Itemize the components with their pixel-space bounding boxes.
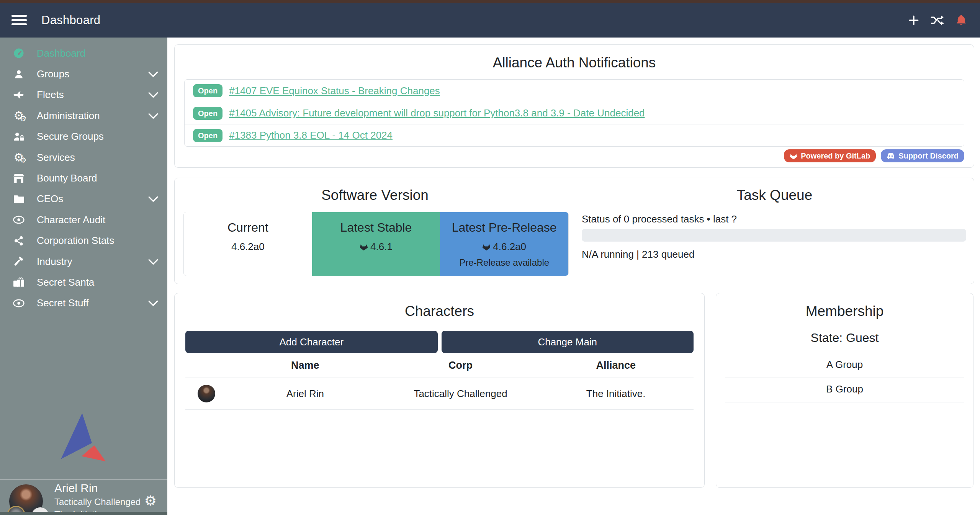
character-alliance: The Initiative. [538, 388, 694, 400]
change-main-button[interactable]: Change Main [442, 331, 694, 353]
software-version-title: Software Version [175, 187, 575, 203]
add-character-plus-icon[interactable] [907, 14, 920, 27]
status-badge: Open [193, 107, 223, 120]
membership-group: B Group [725, 378, 964, 402]
sidebar-item-label: Industry [37, 256, 72, 268]
sidebar-item-groups[interactable]: Groups [0, 64, 167, 84]
sidebar-item-label: Fleets [37, 89, 64, 101]
sidebar-item-label: Secure Groups [37, 131, 104, 142]
user-settings-gear-icon[interactable]: ⚙ [144, 494, 157, 508]
version-current-cell: Current 4.6.2a0 [184, 212, 312, 276]
add-character-button[interactable]: Add Character [185, 331, 438, 353]
header-alliance: Alliance [538, 360, 694, 371]
character-row: Ariel Rin Tactically Challenged The Init… [185, 378, 694, 410]
sidebar-item-character-audit[interactable]: Character Audit [0, 209, 167, 230]
notifications-bell-icon[interactable] [955, 14, 968, 27]
sidebar-item-secure-groups[interactable]: Secure Groups [0, 126, 167, 147]
sidebar-item-administration[interactable]: ⚙⚙ Administration [0, 105, 167, 126]
sidebar-divider [0, 479, 167, 480]
sidebar-item-services[interactable]: ⚙⚙ Services [0, 147, 167, 168]
powered-by-gitlab-badge[interactable]: Powered by GitLab [784, 149, 876, 162]
sidebar: Dashboard Groups Fleets ⚙⚙ Administ [0, 38, 167, 515]
chevron-down-icon [148, 68, 158, 80]
sidebar-item-secret-stuff[interactable]: Secret Stuff [0, 293, 167, 314]
page-title: Dashboard [41, 13, 100, 27]
sidebar-item-industry[interactable]: Industry [0, 251, 167, 272]
user-lock-icon [10, 132, 28, 142]
user-avatar [9, 484, 46, 515]
notification-link[interactable]: #1405 Advisory: Future development will … [229, 107, 645, 119]
gears-icon: ⚙⚙ [10, 110, 28, 121]
header-corp: Corp [383, 360, 538, 371]
sidebar-item-label: Corporation Stats [37, 235, 114, 247]
sidebar-item-corporation-stats[interactable]: Corporation Stats [0, 231, 167, 251]
fighter-jet-icon [10, 90, 28, 100]
eye-icon [10, 299, 28, 307]
membership-groups: A Group B Group [725, 353, 964, 402]
sidebar-item-label: Dashboard [37, 47, 85, 59]
notification-row: Open #1407 EVE Equinox Status - Breaking… [185, 80, 964, 102]
sidebar-item-label: Groups [37, 68, 69, 80]
user-name: Ariel Rin [54, 482, 141, 495]
software-taskqueue-panel: Software Version Current 4.6.2a0 Latest … [174, 178, 974, 284]
characters-table-header: Name Corp Alliance [185, 353, 694, 378]
chevron-down-icon [148, 110, 158, 122]
sidebar-item-label: CEOs [37, 193, 63, 205]
task-queue-progress-bar [582, 229, 966, 242]
user-icon [10, 69, 28, 79]
status-badge: Open [193, 84, 223, 97]
sidebar-item-bounty-board[interactable]: Bounty Board [0, 168, 167, 188]
sidebar-item-label: Secret Santa [37, 276, 94, 288]
characters-title: Characters [175, 303, 704, 319]
chevron-down-icon [148, 297, 158, 309]
character-avatar [198, 385, 215, 402]
sidebar-item-dashboard[interactable]: Dashboard [0, 43, 167, 64]
user-corp: Tactically Challenged [54, 497, 141, 507]
version-stable-cell: Latest Stable 4.6.1 [312, 212, 440, 276]
notification-link[interactable]: #1383 Python 3.8 EOL - 14 Oct 2024 [229, 129, 393, 141]
discord-icon [887, 153, 895, 159]
gauge-icon [10, 47, 28, 59]
hamburger-menu-icon[interactable] [11, 13, 27, 28]
characters-panel: Characters Add Character Change Main Nam… [174, 293, 705, 488]
version-box: Current 4.6.2a0 Latest Stable 4.6.1 Late… [183, 212, 569, 276]
user-panel: Ariel Rin Tactically Challenged The Init… [0, 482, 167, 515]
sidebar-item-secret-santa[interactable]: Secret Santa [0, 272, 167, 293]
sidebar-item-fleets[interactable]: Fleets [0, 85, 167, 105]
store-icon [10, 173, 28, 183]
version-prerelease-cell: Latest Pre-Release 4.6.2a0 Pre-Release a… [440, 212, 568, 276]
membership-group: A Group [725, 353, 964, 378]
eye-icon [10, 216, 28, 224]
character-name: Ariel Rin [227, 388, 383, 400]
hammer-icon [10, 256, 28, 267]
support-discord-badge[interactable]: Support Discord [881, 149, 964, 162]
alliance-logo [55, 412, 113, 463]
status-badge: Open [193, 129, 223, 142]
main-content: Alliance Auth Notifications Open #1407 E… [167, 38, 980, 515]
task-queue-title: Task Queue [575, 187, 974, 203]
notifications-title: Alliance Auth Notifications [175, 55, 974, 71]
characters-table: Name Corp Alliance Ariel Rin Tactically … [185, 353, 694, 410]
sidebar-item-label: Administration [37, 110, 100, 122]
notification-row: Open #1405 Advisory: Future development … [185, 102, 964, 124]
switch-character-shuffle-icon[interactable] [931, 14, 944, 27]
sidebar-item-label: Character Audit [37, 214, 105, 226]
membership-panel: Membership State: Guest A Group B Group [716, 293, 973, 488]
share-icon [10, 236, 28, 246]
membership-title: Membership [716, 303, 973, 319]
header-name: Name [227, 360, 383, 371]
gifts-icon [10, 277, 28, 287]
sidebar-item-label: Services [37, 152, 75, 163]
sidebar-bottom-strip [0, 512, 167, 515]
top-navbar: Dashboard [0, 3, 980, 38]
folder-icon [10, 195, 28, 204]
notification-link[interactable]: #1407 EVE Equinox Status - Breaking Chan… [229, 85, 440, 97]
sidebar-item-ceos[interactable]: CEOs [0, 189, 167, 209]
sidebar-item-label: Secret Stuff [37, 297, 88, 309]
gitlab-tanuki-icon [482, 243, 491, 251]
task-queue-counts: N/A running | 213 queued [582, 249, 694, 260]
gears-icon: ⚙⚙ [10, 152, 28, 163]
notifications-panel: Alliance Auth Notifications Open #1407 E… [174, 44, 974, 168]
gitlab-tanuki-icon [360, 243, 368, 251]
sidebar-item-label: Bounty Board [37, 172, 97, 184]
